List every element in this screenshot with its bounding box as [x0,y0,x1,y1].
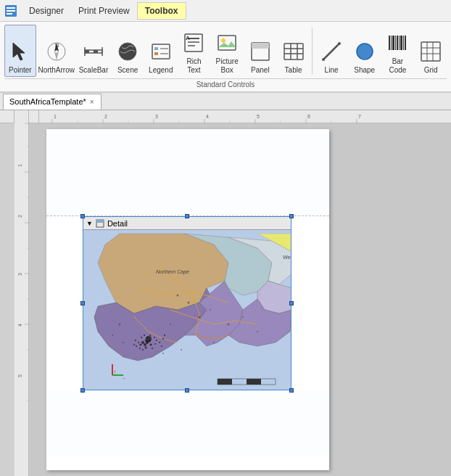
panel-icon [247,38,273,65]
svg-rect-10 [85,50,89,53]
svg-rect-11 [94,50,98,53]
tool-picture-box[interactable]: Picture Box [211,25,243,77]
tool-scale-bar-label: ScaleBar [79,66,109,75]
handle-bottom-right[interactable] [289,388,294,393]
svg-rect-42 [392,36,394,50]
handle-top-center[interactable] [185,214,189,218]
rich-text-icon: A [181,30,207,56]
svg-text:→: → [121,376,126,381]
svg-rect-3 [7,13,12,15]
svg-point-135 [181,349,182,350]
main-area: 1 2 3 4 5 1 [0,110,451,476]
svg-text:4: 4 [17,324,22,327]
detail-outer: ▼ Detail [83,216,291,390]
svg-text:7: 7 [358,114,361,119]
svg-point-126 [210,309,211,311]
svg-point-129 [242,316,244,318]
tool-bar-code-label: Bar Code [384,57,412,75]
svg-point-104 [150,344,152,346]
svg-rect-30 [252,43,269,49]
menu-toolbox[interactable]: Toolbox [137,2,186,20]
handle-top-right[interactable] [289,214,294,218]
tab-south-africa[interactable]: SouthAfricaTemplate* × [3,94,102,110]
tool-legend[interactable]: Legend [145,25,177,77]
handle-bottom-center[interactable] [185,388,189,393]
svg-rect-45 [399,36,400,50]
svg-point-103 [145,347,147,349]
tab-close-button[interactable]: × [89,98,95,106]
svg-point-110 [139,348,141,349]
svg-rect-1 [7,7,15,9]
tool-line[interactable]: Line [315,25,347,77]
svg-point-100 [144,343,146,346]
tool-panel[interactable]: Panel [244,25,276,77]
tool-north-arrow-label: NorthArrow [38,66,75,75]
menu-bar: Designer Print Preview Toolbox [0,0,451,22]
detail-map: Northern Cape Western Cape [83,230,291,390]
canvas-area[interactable]: 1 2 3 4 5 6 7 [29,110,451,476]
svg-text:2: 2 [104,114,107,119]
svg-text:Western Cape: Western Cape [283,255,291,260]
svg-point-114 [146,337,148,338]
tool-north-arrow[interactable]: N NorthArrow [38,25,75,77]
tool-table-label: Table [285,66,302,75]
legend-icon [148,38,174,65]
ribbon: Pointer N NorthArrow [0,22,451,93]
svg-rect-91 [96,220,104,223]
svg-text:4: 4 [206,114,209,119]
tool-bar-code[interactable]: Bar Code [382,25,414,77]
svg-rect-40 [389,36,390,50]
menu-print-preview[interactable]: Print Preview [71,3,137,19]
svg-point-107 [154,343,156,345]
tool-table[interactable]: Table [278,25,310,77]
handle-bottom-left[interactable] [80,388,85,393]
tool-shape[interactable]: Shape [349,25,381,77]
detail-collapse-btn[interactable]: ▼ [86,220,93,227]
tool-rich-text-label: Rich Text [181,57,208,75]
handle-top-left[interactable] [80,214,85,218]
svg-rect-43 [395,36,396,50]
tool-scale-bar[interactable]: ScaleBar [77,25,111,77]
svg-rect-49 [421,42,440,61]
svg-point-132 [112,335,113,336]
svg-point-124 [188,302,190,304]
tool-rich-text[interactable]: A Rich Text [178,25,210,77]
svg-point-128 [228,324,230,326]
svg-rect-47 [403,36,404,50]
tool-pointer[interactable]: Pointer [4,25,36,77]
menu-designer[interactable]: Designer [22,3,71,19]
svg-point-111 [156,340,157,341]
picture-box-icon [214,30,240,56]
map-svg: Northern Cape Western Cape [83,230,291,390]
svg-rect-19 [154,52,158,55]
tool-grid[interactable]: Grid [415,25,447,77]
svg-text:Northern Cape: Northern Cape [156,269,189,275]
tool-line-label: Line [325,66,339,75]
svg-point-27 [221,38,226,43]
handle-mid-right[interactable] [289,301,294,305]
svg-rect-26 [218,36,236,50]
svg-point-105 [138,342,139,343]
svg-point-117 [141,337,142,338]
handle-mid-left[interactable] [80,301,85,305]
svg-text:A: A [186,35,190,41]
upper-empty-area [46,129,329,216]
tab-label: SouthAfricaTemplate* [9,97,86,106]
tool-legend-label: Legend [149,66,173,75]
lower-empty-area [46,390,329,456]
tab-bar: SouthAfricaTemplate* × [0,93,451,110]
svg-rect-16 [152,44,170,59]
svg-point-106 [152,348,153,349]
svg-point-98 [141,341,144,344]
svg-rect-46 [400,36,402,50]
svg-point-127 [170,324,171,325]
detail-header: ▼ Detail [83,217,291,230]
tool-scene[interactable]: Scene [112,25,144,77]
svg-point-101 [140,344,142,346]
svg-text:6: 6 [307,114,310,119]
svg-point-99 [146,341,149,344]
detail-header-icon [96,219,104,228]
svg-text:5: 5 [17,374,22,377]
north-arrow-icon: N [44,38,70,65]
svg-point-38 [338,42,341,45]
